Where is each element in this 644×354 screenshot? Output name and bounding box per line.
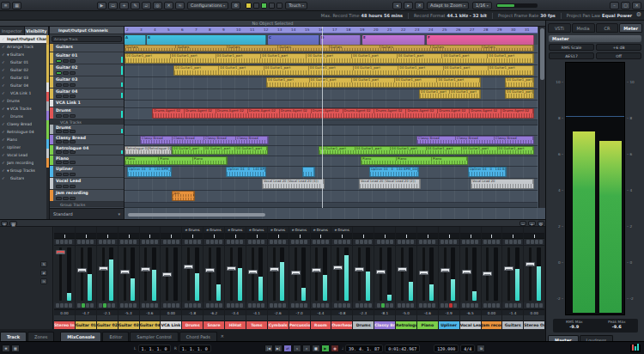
channel-button[interactable] xyxy=(402,240,405,244)
channel-button[interactable] xyxy=(419,303,422,308)
transport-modules-button[interactable]: ▦ xyxy=(11,345,20,352)
pan-control[interactable] xyxy=(353,234,374,239)
channel-button[interactable] xyxy=(347,240,350,244)
channel-routing[interactable]: e Drums xyxy=(331,227,352,234)
channel-button[interactable] xyxy=(509,240,513,244)
channel-button[interactable] xyxy=(466,303,470,308)
channel-button[interactable] xyxy=(227,240,230,244)
mute-button[interactable] xyxy=(56,173,62,176)
channel-button[interactable] xyxy=(423,303,427,308)
channel-name[interactable]: Vocal Lead xyxy=(460,320,481,329)
transport-menu-button[interactable]: ≡ xyxy=(2,345,10,352)
channel-button[interactable] xyxy=(112,240,115,244)
channel-button[interactable] xyxy=(197,303,201,308)
mixer-channel[interactable]: 0.00VCA Link 1 xyxy=(161,227,182,329)
pan-control[interactable] xyxy=(161,234,181,239)
channel-routing[interactable] xyxy=(460,227,481,234)
channel-button[interactable] xyxy=(505,240,508,244)
zoom-slider[interactable] xyxy=(496,3,538,8)
fader-handle[interactable] xyxy=(483,272,492,276)
channel-button[interactable] xyxy=(142,303,145,308)
channel-button[interactable] xyxy=(453,240,457,244)
snap-button[interactable]: ▸ xyxy=(404,2,413,9)
mixer-channel[interactable]: e Drums-7.0Percussion xyxy=(289,227,311,329)
solo-button[interactable] xyxy=(63,197,69,200)
track-filter-dropdown[interactable]: Arrange Track xyxy=(52,36,122,42)
track-row[interactable]: Guitar 02 xyxy=(50,64,124,76)
channel-button[interactable] xyxy=(107,240,111,244)
solo-button[interactable] xyxy=(63,59,69,63)
meter-off-button[interactable]: Off xyxy=(596,52,641,59)
channel-name[interactable]: Guitar 01 xyxy=(76,320,96,329)
right-zone-tab-vsti[interactable]: VSTi xyxy=(548,23,571,33)
fader-handle[interactable] xyxy=(355,267,364,272)
tool-button[interactable]: ▱ xyxy=(142,2,151,9)
channel-button[interactable] xyxy=(120,303,124,308)
transport-play[interactable]: ▶ xyxy=(321,345,330,352)
channel-routing[interactable] xyxy=(439,227,459,234)
snap-button[interactable]: ◂ xyxy=(392,2,402,9)
visibility-item[interactable]: ✓Input/Output Channels xyxy=(0,35,47,43)
mixer-channel[interactable]: e Drums-3.4HiHat xyxy=(225,227,246,329)
pan-control[interactable] xyxy=(524,234,544,239)
pan-control[interactable] xyxy=(97,234,118,239)
channel-name[interactable]: Cymbals xyxy=(268,320,289,329)
channel-button[interactable] xyxy=(215,303,218,308)
channel-name[interactable]: Guitars xyxy=(502,320,523,329)
horizontal-scrollbar[interactable] xyxy=(128,213,265,217)
channel-button[interactable] xyxy=(410,303,414,308)
mute-button[interactable] xyxy=(56,161,62,164)
clip[interactable] xyxy=(302,167,315,177)
mute-button[interactable] xyxy=(56,114,62,118)
channel-button[interactable] xyxy=(172,240,175,244)
channel-button[interactable] xyxy=(133,303,137,308)
fader-handle[interactable] xyxy=(162,272,172,277)
channel-button[interactable] xyxy=(406,240,410,244)
solo-button[interactable] xyxy=(63,114,69,118)
vertical-scrollbar[interactable] xyxy=(538,27,545,208)
mixer-channel[interactable]: -2.3Drums xyxy=(353,227,374,329)
pan-control[interactable] xyxy=(204,234,224,239)
fader-handle[interactable] xyxy=(333,266,343,270)
channel-button[interactable] xyxy=(390,303,393,308)
track-lane[interactable]: Retrologue 04Retrologue 0404 Guitar1_par… xyxy=(125,146,538,156)
adapt-to-zoom-dropdown[interactable]: Adapt to Zoom ▾ xyxy=(427,2,469,9)
channel-routing[interactable]: e Drums xyxy=(225,227,246,234)
clip[interactable]: 04 Guitar1_part04 Guitar1_part04 Guitar1… xyxy=(319,146,534,155)
lower-zone-tab[interactable]: MixConsole xyxy=(60,332,101,341)
channel-button[interactable] xyxy=(64,303,68,308)
channel-button[interactable] xyxy=(227,303,230,308)
arranger-section[interactable]: E xyxy=(362,35,425,45)
channel-name[interactable]: Guitar 04 xyxy=(140,320,161,329)
quantize-dropdown[interactable]: 1/16 ▾ xyxy=(472,2,492,9)
automation-button[interactable] xyxy=(276,3,283,9)
clip[interactable]: 04 Guitar1_part04 Guitar1_part xyxy=(419,89,481,99)
mixer-left-button-2[interactable]: ◈ xyxy=(40,270,47,276)
visibility-item[interactable]: ✓Guitar 01 xyxy=(0,58,47,66)
channel-button[interactable] xyxy=(150,303,154,308)
channel-button[interactable] xyxy=(381,303,385,308)
arranger-section[interactable]: C xyxy=(268,35,319,45)
clip[interactable]: Drums Agent 02Drums Agent 02Drums Agent … xyxy=(152,108,534,119)
transport-loop[interactable]: ⇄ xyxy=(283,345,292,352)
mixer-channel[interactable]: -5.3Guitar 03 xyxy=(118,227,140,329)
track-row[interactable]: Classy Bread xyxy=(50,135,124,145)
arrangement-area[interactable]: 2345678910111213141516171819202122232425… xyxy=(125,27,545,219)
channel-button[interactable] xyxy=(313,303,316,308)
channel-button[interactable] xyxy=(364,240,368,244)
clip[interactable]: Jam xyxy=(172,191,195,201)
solo-button[interactable] xyxy=(63,150,69,154)
channel-button[interactable] xyxy=(488,240,491,244)
visibility-item[interactable]: ✓▼VCA Tracks xyxy=(0,105,47,113)
fader-handle[interactable] xyxy=(99,266,108,271)
track-row[interactable]: Group Tracks xyxy=(50,202,124,207)
channel-button[interactable] xyxy=(185,303,188,308)
channel-name[interactable]: Classy Bread xyxy=(374,320,395,329)
sync-button[interactable]: ⧉ xyxy=(477,345,485,352)
track-row[interactable]: Drums xyxy=(50,125,124,135)
record-enable-button[interactable] xyxy=(70,197,76,200)
channel-button[interactable] xyxy=(445,240,448,244)
configurations-dropdown[interactable]: Configurations ▾ xyxy=(187,2,228,9)
channel-button[interactable] xyxy=(252,303,256,308)
playhead[interactable] xyxy=(322,27,323,208)
